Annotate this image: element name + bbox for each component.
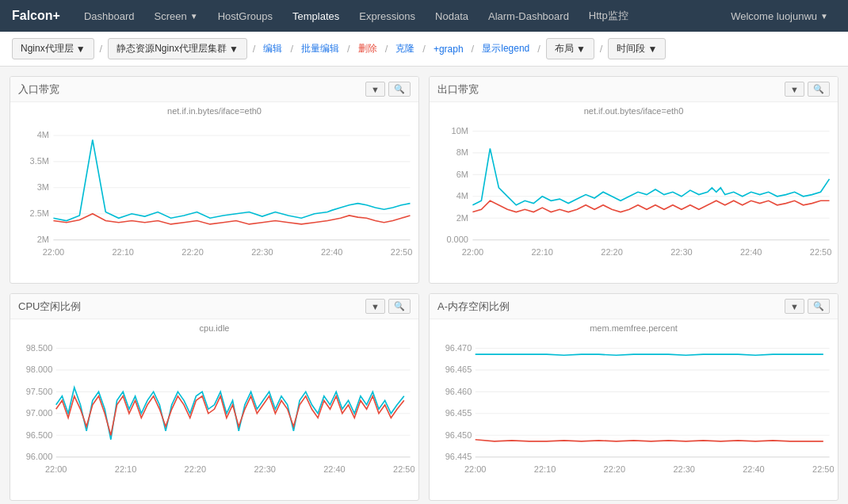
brand: Falcon+ — [12, 9, 60, 23]
chart-inbound-title: 入口带宽 — [18, 82, 59, 97]
svg-text:22:10: 22:10 — [534, 465, 556, 475]
svg-text:8M: 8M — [456, 147, 468, 157]
svg-text:97.000: 97.000 — [26, 408, 53, 418]
svg-text:22:40: 22:40 — [321, 247, 342, 257]
chart-outbound: 出口带宽 ▼ 🔍 net.if.out.bytes/iface=eth0 10M… — [429, 76, 838, 284]
chart-cpu-zoom[interactable]: 🔍 — [388, 299, 411, 314]
svg-text:22:10: 22:10 — [113, 247, 134, 257]
svg-text:22:30: 22:30 — [670, 247, 692, 257]
layout-dropdown-icon: ▼ — [576, 44, 586, 55]
user-dropdown-arrow: ▼ — [820, 12, 828, 21]
svg-text:22:20: 22:20 — [181, 247, 203, 257]
chart-mem-subtitle: mem.memfree.percent — [434, 323, 834, 333]
chart-outbound-title: 出口带宽 — [437, 82, 479, 97]
nav-item-hostgroups[interactable]: HostGroups — [210, 0, 281, 32]
group-dropdown-icon: ▼ — [76, 44, 86, 55]
svg-text:22:40: 22:40 — [323, 465, 345, 475]
nav-item-http[interactable]: Http监控 — [581, 0, 636, 32]
svg-text:22:10: 22:10 — [532, 247, 553, 257]
svg-text:98.000: 98.000 — [26, 365, 53, 374]
delete-link[interactable]: 删除 — [356, 42, 380, 55]
chart-inbound-svg: 4M 3.5M 3M 2.5M 2M 22:00 22:10 22:20 22:… — [14, 118, 414, 275]
svg-text:22:40: 22:40 — [743, 465, 764, 475]
nav-item-alarm-dashboard[interactable]: Alarm-Dashboard — [480, 0, 577, 32]
sep3: / — [288, 43, 295, 55]
host-dropdown-icon: ▼ — [229, 44, 239, 55]
nav-item-templates[interactable]: Templates — [285, 0, 347, 32]
chart-outbound-dropdown[interactable]: ▼ — [785, 82, 804, 97]
chart-cpu-body: cpu.idle 98.500 98.000 97.500 97.000 96.… — [10, 319, 418, 500]
sep9: / — [598, 43, 605, 55]
svg-text:22:50: 22:50 — [810, 247, 831, 257]
svg-text:4M: 4M — [456, 191, 468, 200]
svg-text:22:00: 22:00 — [462, 247, 483, 257]
show-legend-link[interactable]: 显示legend — [479, 42, 532, 55]
batch-edit-link[interactable]: 批量编辑 — [299, 42, 342, 55]
chart-inbound-controls: ▼ 🔍 — [365, 82, 411, 97]
svg-text:96.000: 96.000 — [26, 452, 53, 461]
edit-link[interactable]: 编辑 — [261, 42, 285, 55]
svg-text:22:30: 22:30 — [673, 465, 694, 475]
nav-item-dashboard[interactable]: Dashboard — [76, 0, 143, 32]
navbar: Falcon+ Dashboard Screen ▼ HostGroups Te… — [0, 0, 848, 32]
chart-inbound-subtitle: net.if.in.bytes/iface=eth0 — [14, 106, 414, 116]
chart-inbound-header: 入口带宽 ▼ 🔍 — [10, 77, 418, 102]
svg-text:22:00: 22:00 — [464, 465, 486, 475]
chart-cpu-svg: 98.500 98.000 97.500 97.000 96.500 96.00… — [14, 335, 414, 496]
chart-mem-dropdown[interactable]: ▼ — [785, 299, 804, 314]
chart-mem-header: A-内存空闲比例 ▼ 🔍 — [430, 294, 838, 319]
chart-inbound-zoom[interactable]: 🔍 — [388, 82, 411, 97]
svg-text:96.460: 96.460 — [445, 387, 472, 396]
sep6: / — [421, 43, 427, 55]
svg-text:96.465: 96.465 — [445, 365, 472, 374]
svg-text:2M: 2M — [37, 235, 49, 244]
svg-text:98.500: 98.500 — [26, 343, 53, 353]
svg-text:22:20: 22:20 — [185, 465, 206, 475]
sep5: / — [384, 43, 390, 55]
sep8: / — [536, 43, 542, 55]
nav-item-screen[interactable]: Screen ▼ — [147, 0, 206, 32]
chart-outbound-zoom[interactable]: 🔍 — [808, 82, 830, 97]
chart-inbound-dropdown[interactable]: ▼ — [365, 82, 385, 97]
svg-text:97.500: 97.500 — [26, 387, 53, 396]
svg-text:6M: 6M — [456, 170, 468, 179]
svg-text:3.5M: 3.5M — [30, 156, 49, 166]
svg-text:22:20: 22:20 — [604, 465, 625, 475]
svg-text:3M: 3M — [37, 182, 49, 192]
time-button[interactable]: 时间段 ▼ — [608, 38, 666, 59]
main-content: 入口带宽 ▼ 🔍 net.if.in.bytes/iface=eth0 4M 3… — [0, 67, 848, 504]
chart-mem-svg: 96.470 96.465 96.460 96.455 96.450 96.44… — [434, 335, 834, 496]
chart-mem-body: mem.memfree.percent 96.470 96.465 96.460… — [430, 319, 838, 500]
svg-text:22:00: 22:00 — [45, 465, 67, 475]
time-dropdown-icon: ▼ — [647, 44, 657, 55]
svg-text:22:50: 22:50 — [391, 247, 412, 257]
svg-text:22:30: 22:30 — [254, 465, 275, 475]
host-button[interactable]: 静态资源Nginx代理层集群 ▼ — [108, 38, 247, 59]
clone-link[interactable]: 克隆 — [393, 42, 417, 55]
chart-cpu-header: CPU空闲比例 ▼ 🔍 — [10, 294, 418, 319]
svg-text:0.000: 0.000 — [446, 235, 468, 244]
svg-text:96.450: 96.450 — [445, 430, 472, 440]
chart-outbound-body: net.if.out.bytes/iface=eth0 10M 8M 6M 4M… — [430, 102, 838, 283]
svg-text:96.445: 96.445 — [445, 452, 472, 461]
svg-text:96.455: 96.455 — [445, 408, 472, 418]
svg-text:2M: 2M — [456, 213, 468, 223]
svg-text:22:00: 22:00 — [43, 247, 64, 257]
chart-outbound-header: 出口带宽 ▼ 🔍 — [430, 77, 838, 102]
nav-item-user[interactable]: Welcome luojunwu ▼ — [723, 0, 836, 32]
chart-inbound: 入口带宽 ▼ 🔍 net.if.in.bytes/iface=eth0 4M 3… — [10, 76, 419, 284]
chart-cpu-dropdown[interactable]: ▼ — [365, 299, 385, 314]
chart-outbound-svg: 10M 8M 6M 4M 2M 0.000 22:00 22:10 22:20 … — [434, 118, 834, 279]
nav-item-expressions[interactable]: Expressions — [351, 0, 423, 32]
svg-text:22:40: 22:40 — [740, 247, 762, 257]
layout-button[interactable]: 布局 ▼ — [546, 38, 594, 59]
nav-item-nodata[interactable]: Nodata — [427, 0, 476, 32]
svg-text:22:50: 22:50 — [393, 465, 414, 475]
sep4: / — [346, 43, 352, 55]
svg-text:96.470: 96.470 — [445, 343, 472, 353]
group-button[interactable]: Nginx代理层 ▼ — [12, 38, 94, 59]
chart-mem-zoom[interactable]: 🔍 — [808, 299, 830, 314]
chart-mem-title: A-内存空闲比例 — [437, 300, 510, 314]
svg-text:22:30: 22:30 — [251, 247, 273, 257]
add-graph-link[interactable]: +graph — [431, 44, 466, 55]
